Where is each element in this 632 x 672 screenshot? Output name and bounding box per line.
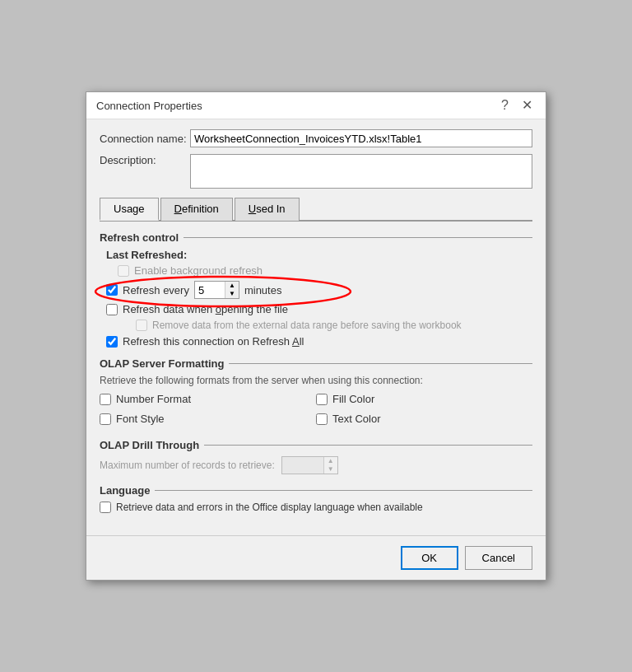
font-style-label: Font Style xyxy=(116,413,165,425)
refresh-all-row: Refresh this connection on Refresh All xyxy=(106,335,532,348)
fill-color-label: Fill Color xyxy=(332,393,374,405)
tab-bar: Usage Definition Used In xyxy=(100,197,532,222)
description-row: Description: xyxy=(100,154,532,189)
text-color-row: Text Color xyxy=(316,413,532,425)
tab-definition-label: Definition xyxy=(174,203,219,215)
number-format-row: Number Format xyxy=(100,393,316,405)
max-records-spinner-buttons: ▲ ▼ xyxy=(323,457,337,474)
max-records-spinner[interactable]: ▲ ▼ xyxy=(281,456,338,474)
minutes-label: minutes xyxy=(244,284,282,296)
language-divider-line xyxy=(155,490,532,491)
remove-data-checkbox[interactable] xyxy=(136,320,147,331)
tab-usage[interactable]: Usage xyxy=(100,198,159,221)
description-input[interactable] xyxy=(190,154,532,189)
fill-color-checkbox[interactable] xyxy=(316,394,328,405)
font-style-row: Font Style xyxy=(100,413,316,425)
refresh-on-open-label: Refresh data when opening the file xyxy=(123,303,288,315)
language-section-title: Language xyxy=(100,484,150,497)
language-retrieve-label: Retrieve data and errors in the Office d… xyxy=(116,502,423,513)
refresh-every-spinner[interactable]: ▲ ▼ xyxy=(194,281,239,299)
remove-data-row: Remove data from the external data range… xyxy=(136,320,532,331)
tab-used-in-label: Used In xyxy=(249,203,286,215)
refresh-on-open-row: Refresh data when opening the file xyxy=(106,303,532,315)
tab-usage-label: Usage xyxy=(114,203,145,215)
dialog-footer: OK Cancel xyxy=(86,535,546,580)
refresh-all-label: Refresh this connection on Refresh All xyxy=(123,335,304,348)
max-records-input[interactable] xyxy=(282,457,323,474)
remove-data-label: Remove data from the external data range… xyxy=(152,320,462,331)
tab-used-in[interactable]: Used In xyxy=(235,198,300,221)
spinner-up-button[interactable]: ▲ xyxy=(225,282,239,290)
spinner-buttons: ▲ ▼ xyxy=(225,282,239,298)
refresh-all-checkbox[interactable] xyxy=(106,336,118,348)
connection-name-input[interactable] xyxy=(190,129,532,147)
drill-section-title: OLAP Drill Through xyxy=(100,439,199,451)
refresh-control-section-header: Refresh control xyxy=(100,231,532,244)
language-retrieve-row: Retrieve data and errors in the Office d… xyxy=(100,502,532,513)
olap-section-title: OLAP Server Formatting xyxy=(100,357,224,370)
last-refreshed-label: Last Refreshed: xyxy=(106,249,532,261)
refresh-every-checkbox[interactable] xyxy=(106,284,118,296)
refresh-every-label: Refresh every xyxy=(123,284,189,296)
help-button[interactable]: ? xyxy=(498,99,512,112)
connection-name-row: Connection name: xyxy=(100,129,532,147)
refresh-every-value-input[interactable] xyxy=(195,282,225,298)
ok-button[interactable]: OK xyxy=(401,546,458,570)
olap-desc: Retrieve the following formats from the … xyxy=(100,375,532,386)
cancel-button[interactable]: Cancel xyxy=(465,546,532,570)
text-color-label: Text Color xyxy=(332,413,381,425)
refresh-every-container: Refresh every ▲ ▼ minutes xyxy=(100,281,532,299)
text-color-checkbox[interactable] xyxy=(316,413,328,425)
title-bar: Connection Properties ? ✕ xyxy=(86,92,546,119)
enable-background-refresh-label: Enable background refresh xyxy=(134,264,263,277)
drill-divider-line xyxy=(204,445,532,446)
drill-section-header: OLAP Drill Through xyxy=(100,439,532,451)
fill-color-row: Fill Color xyxy=(316,393,532,405)
connection-name-label: Connection name: xyxy=(100,133,190,145)
tab-content-usage: Refresh control Last Refreshed: Enable b… xyxy=(100,231,532,513)
olap-formatting-section: Retrieve the following formats from the … xyxy=(100,375,532,429)
language-section-header: Language xyxy=(100,484,532,497)
spinner-down-button[interactable]: ▼ xyxy=(225,290,239,298)
dialog-body: Connection name: Description: Usage Defi… xyxy=(86,119,546,527)
olap-divider-line xyxy=(229,363,532,364)
olap-section-header: OLAP Server Formatting xyxy=(100,357,532,370)
language-retrieve-checkbox[interactable] xyxy=(100,502,111,513)
font-style-checkbox[interactable] xyxy=(100,413,111,425)
close-button[interactable]: ✕ xyxy=(518,99,536,112)
max-records-up-button[interactable]: ▲ xyxy=(324,457,337,465)
connection-properties-dialog: Connection Properties ? ✕ Connection nam… xyxy=(86,91,546,581)
olap-checkbox-grid: Number Format Fill Color Font Style Text… xyxy=(100,393,532,429)
number-format-label: Number Format xyxy=(116,393,191,405)
max-records-label: Maximum number of records to retrieve: xyxy=(100,460,275,471)
refresh-on-open-checkbox[interactable] xyxy=(106,304,118,315)
tab-definition[interactable]: Definition xyxy=(160,198,233,221)
title-bar-controls: ? ✕ xyxy=(498,99,536,112)
refresh-control-title: Refresh control xyxy=(100,231,179,244)
number-format-checkbox[interactable] xyxy=(100,394,111,405)
max-records-down-button[interactable]: ▼ xyxy=(324,465,337,474)
section-divider-line xyxy=(184,237,532,238)
refresh-every-row: Refresh every ▲ ▼ minutes xyxy=(106,281,532,299)
dialog-title: Connection Properties xyxy=(96,100,202,112)
enable-background-refresh-checkbox[interactable] xyxy=(118,265,129,277)
description-label: Description: xyxy=(100,154,190,166)
enable-background-refresh-row: Enable background refresh xyxy=(118,264,532,277)
max-records-row: Maximum number of records to retrieve: ▲… xyxy=(100,456,532,474)
